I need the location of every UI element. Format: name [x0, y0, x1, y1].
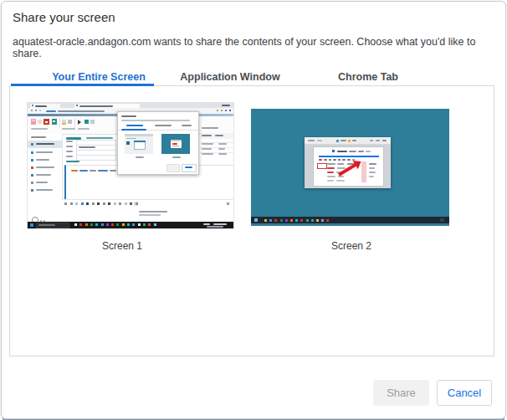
app-icon [108, 202, 110, 205]
app-icon [264, 219, 267, 222]
mini-mini-screen2 [161, 134, 190, 154]
thumbnail-art [58, 110, 105, 112]
thumbnail-art [215, 135, 223, 136]
app-icon [132, 223, 135, 226]
thumbnail-art [126, 141, 130, 145]
app-icon [136, 202, 138, 205]
thumbnail-art [218, 148, 225, 150]
thumbnail-art [78, 128, 90, 130]
thumbnail-art [155, 125, 172, 126]
thumbnail-art [36, 151, 53, 153]
thumbnail-art [342, 159, 346, 161]
app-icon [92, 202, 95, 205]
thumbnail-art [358, 151, 364, 152]
tab-your-entire-screen[interactable]: Your Entire Screen [52, 71, 146, 83]
thumbnail-art [182, 125, 192, 126]
thumbnail-art [121, 115, 136, 117]
thumbnail-art [62, 128, 75, 130]
tab-chrome-tab[interactable]: Chrome Tab [338, 71, 398, 83]
thumbnail-art [35, 105, 47, 107]
dialog-buttons: Share Cancel [373, 380, 492, 406]
thumbnail-art [319, 159, 322, 161]
thumbnail-art [121, 120, 190, 121]
thumbnail-art [36, 143, 54, 145]
thumbnail-art [71, 170, 78, 172]
thumbnail-art [349, 151, 356, 152]
thumbnail-art [376, 140, 380, 141]
app-icon [274, 219, 277, 222]
thumbnail-art [53, 120, 55, 122]
share-button[interactable]: Share [373, 380, 429, 406]
screen-2-thumbnail[interactable] [251, 109, 449, 226]
app-icon [280, 219, 283, 222]
thumbnail-art [222, 105, 230, 106]
thumbnail-art [139, 214, 161, 216]
app-icon [75, 202, 78, 205]
thumbnail-art [39, 110, 41, 111]
thumbnail-art [139, 211, 167, 213]
thumbnail-art [202, 127, 218, 129]
app-icon [119, 202, 121, 205]
thumbnail-art [90, 170, 96, 172]
thumbnail-art [327, 167, 335, 169]
thumbnail-art [136, 156, 144, 158]
app-icon [70, 202, 73, 205]
thumbnail-art [172, 143, 177, 145]
thumbnail-art [31, 151, 33, 154]
active-tab-underline [11, 84, 154, 86]
thumbnail-art [46, 110, 56, 112]
thumbnail-art [36, 166, 54, 168]
thumbnail-art [31, 182, 33, 184]
thumbnail-art [332, 150, 335, 152]
app-icon [148, 223, 151, 226]
thumbnail-art [68, 120, 72, 124]
cancel-button[interactable]: Cancel [437, 380, 492, 406]
thumbnail-art [227, 202, 229, 205]
thumbnail-art [125, 134, 153, 136]
mini-taskbar [251, 217, 449, 223]
thumbnail-art [352, 140, 356, 141]
app-icon [114, 202, 116, 205]
app-icon [116, 223, 119, 226]
thumbnail-art [31, 143, 33, 146]
thumbnail-art [79, 105, 113, 107]
thumbnail-art [171, 140, 182, 141]
thumbnail-art [185, 166, 192, 168]
thumbnail-art [324, 159, 327, 161]
mini-window-toolbar [305, 137, 391, 145]
thumbnail-art [213, 223, 227, 225]
windows-start-icon [30, 223, 33, 227]
app-icon [81, 202, 84, 205]
thumbnail-art [369, 176, 374, 177]
thumbnail-art [203, 223, 210, 225]
thumbnail-art [98, 170, 108, 172]
tab-application-window[interactable]: Application Window [180, 71, 279, 83]
thumbnail-art [336, 180, 345, 182]
screen-1-label: Screen 1 [102, 240, 142, 252]
app-icon [290, 219, 293, 222]
thumbnail-art [110, 170, 116, 172]
thumbnail-art [202, 148, 212, 150]
screen-1-thumbnail[interactable] [28, 103, 233, 228]
thumbnail-art [31, 136, 46, 138]
app-icon [130, 202, 132, 205]
mini-share-dialog [117, 111, 199, 175]
app-icon [79, 223, 82, 226]
thumbnail-art [36, 159, 49, 161]
thumbnail-art [182, 164, 197, 172]
mini-app-window [305, 137, 391, 188]
thumbnail-art [172, 146, 179, 146]
app-icon [85, 223, 88, 226]
screenshot-stage: Share your screen aquatest-oracle.andago… [0, 0, 507, 420]
thumbnail-art [337, 163, 344, 165]
thumbnail-art [66, 151, 73, 152]
thumbnail-art [333, 159, 336, 161]
app-icon [74, 223, 77, 226]
thumbnail-art [369, 163, 376, 165]
thumbnail-art [45, 121, 48, 123]
app-icon [269, 219, 272, 222]
app-icon [138, 223, 141, 226]
thumbnail-art [31, 128, 48, 130]
thumbnail-art [202, 153, 213, 155]
thumbnail-art [66, 141, 73, 142]
